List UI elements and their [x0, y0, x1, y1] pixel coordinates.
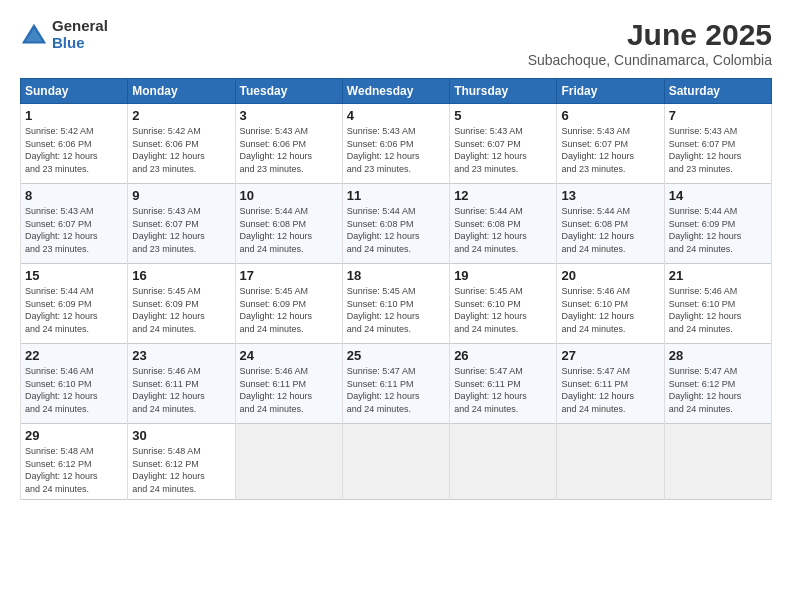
day-info: Sunrise: 5:45 AM Sunset: 6:09 PM Dayligh… [132, 285, 230, 335]
day-info: Sunrise: 5:46 AM Sunset: 6:10 PM Dayligh… [561, 285, 659, 335]
calendar-cell: 20Sunrise: 5:46 AM Sunset: 6:10 PM Dayli… [557, 264, 664, 344]
calendar-cell: 12Sunrise: 5:44 AM Sunset: 6:08 PM Dayli… [450, 184, 557, 264]
day-number: 4 [347, 108, 445, 123]
calendar-cell: 13Sunrise: 5:44 AM Sunset: 6:08 PM Dayli… [557, 184, 664, 264]
calendar-week-2: 8Sunrise: 5:43 AM Sunset: 6:07 PM Daylig… [21, 184, 772, 264]
calendar-title: June 2025 [528, 18, 772, 52]
calendar-cell: 6Sunrise: 5:43 AM Sunset: 6:07 PM Daylig… [557, 104, 664, 184]
day-number: 26 [454, 348, 552, 363]
day-info: Sunrise: 5:48 AM Sunset: 6:12 PM Dayligh… [25, 445, 123, 495]
day-info: Sunrise: 5:48 AM Sunset: 6:12 PM Dayligh… [132, 445, 230, 495]
day-info: Sunrise: 5:47 AM Sunset: 6:11 PM Dayligh… [454, 365, 552, 415]
day-number: 9 [132, 188, 230, 203]
calendar-subtitle: Subachoque, Cundinamarca, Colombia [528, 52, 772, 68]
day-info: Sunrise: 5:43 AM Sunset: 6:07 PM Dayligh… [561, 125, 659, 175]
day-info: Sunrise: 5:46 AM Sunset: 6:10 PM Dayligh… [25, 365, 123, 415]
day-number: 5 [454, 108, 552, 123]
calendar-cell: 15Sunrise: 5:44 AM Sunset: 6:09 PM Dayli… [21, 264, 128, 344]
calendar-cell: 25Sunrise: 5:47 AM Sunset: 6:11 PM Dayli… [342, 344, 449, 424]
day-number: 3 [240, 108, 338, 123]
calendar-header: Sunday Monday Tuesday Wednesday Thursday… [21, 79, 772, 104]
calendar-cell: 27Sunrise: 5:47 AM Sunset: 6:11 PM Dayli… [557, 344, 664, 424]
calendar-cell [235, 424, 342, 500]
calendar-cell: 26Sunrise: 5:47 AM Sunset: 6:11 PM Dayli… [450, 344, 557, 424]
calendar-week-4: 22Sunrise: 5:46 AM Sunset: 6:10 PM Dayli… [21, 344, 772, 424]
day-number: 23 [132, 348, 230, 363]
day-info: Sunrise: 5:47 AM Sunset: 6:11 PM Dayligh… [347, 365, 445, 415]
calendar-cell: 28Sunrise: 5:47 AM Sunset: 6:12 PM Dayli… [664, 344, 771, 424]
header-row: Sunday Monday Tuesday Wednesday Thursday… [21, 79, 772, 104]
header-sunday: Sunday [21, 79, 128, 104]
day-info: Sunrise: 5:43 AM Sunset: 6:07 PM Dayligh… [25, 205, 123, 255]
header: General Blue June 2025 Subachoque, Cundi… [20, 18, 772, 68]
title-block: June 2025 Subachoque, Cundinamarca, Colo… [528, 18, 772, 68]
day-number: 29 [25, 428, 123, 443]
day-info: Sunrise: 5:44 AM Sunset: 6:08 PM Dayligh… [240, 205, 338, 255]
day-info: Sunrise: 5:45 AM Sunset: 6:09 PM Dayligh… [240, 285, 338, 335]
day-number: 21 [669, 268, 767, 283]
day-number: 7 [669, 108, 767, 123]
header-thursday: Thursday [450, 79, 557, 104]
calendar-cell [557, 424, 664, 500]
day-info: Sunrise: 5:46 AM Sunset: 6:11 PM Dayligh… [132, 365, 230, 415]
calendar-cell: 17Sunrise: 5:45 AM Sunset: 6:09 PM Dayli… [235, 264, 342, 344]
day-info: Sunrise: 5:45 AM Sunset: 6:10 PM Dayligh… [454, 285, 552, 335]
header-tuesday: Tuesday [235, 79, 342, 104]
calendar-cell: 22Sunrise: 5:46 AM Sunset: 6:10 PM Dayli… [21, 344, 128, 424]
day-info: Sunrise: 5:44 AM Sunset: 6:09 PM Dayligh… [25, 285, 123, 335]
calendar-week-5: 29Sunrise: 5:48 AM Sunset: 6:12 PM Dayli… [21, 424, 772, 500]
day-info: Sunrise: 5:47 AM Sunset: 6:11 PM Dayligh… [561, 365, 659, 415]
calendar-cell: 5Sunrise: 5:43 AM Sunset: 6:07 PM Daylig… [450, 104, 557, 184]
header-monday: Monday [128, 79, 235, 104]
day-number: 15 [25, 268, 123, 283]
day-number: 18 [347, 268, 445, 283]
day-number: 19 [454, 268, 552, 283]
calendar-cell: 14Sunrise: 5:44 AM Sunset: 6:09 PM Dayli… [664, 184, 771, 264]
day-number: 27 [561, 348, 659, 363]
day-info: Sunrise: 5:47 AM Sunset: 6:12 PM Dayligh… [669, 365, 767, 415]
day-number: 2 [132, 108, 230, 123]
day-number: 16 [132, 268, 230, 283]
day-info: Sunrise: 5:46 AM Sunset: 6:11 PM Dayligh… [240, 365, 338, 415]
logo-text: General Blue [52, 18, 108, 51]
page: General Blue June 2025 Subachoque, Cundi… [0, 0, 792, 612]
logo-blue-text: Blue [52, 35, 108, 52]
calendar-cell: 11Sunrise: 5:44 AM Sunset: 6:08 PM Dayli… [342, 184, 449, 264]
day-number: 22 [25, 348, 123, 363]
day-number: 10 [240, 188, 338, 203]
day-info: Sunrise: 5:43 AM Sunset: 6:07 PM Dayligh… [454, 125, 552, 175]
day-number: 6 [561, 108, 659, 123]
day-info: Sunrise: 5:44 AM Sunset: 6:08 PM Dayligh… [347, 205, 445, 255]
calendar-cell: 10Sunrise: 5:44 AM Sunset: 6:08 PM Dayli… [235, 184, 342, 264]
day-number: 8 [25, 188, 123, 203]
header-saturday: Saturday [664, 79, 771, 104]
calendar-cell: 19Sunrise: 5:45 AM Sunset: 6:10 PM Dayli… [450, 264, 557, 344]
calendar-cell: 4Sunrise: 5:43 AM Sunset: 6:06 PM Daylig… [342, 104, 449, 184]
day-number: 20 [561, 268, 659, 283]
logo-general-text: General [52, 18, 108, 35]
logo: General Blue [20, 18, 108, 51]
day-number: 1 [25, 108, 123, 123]
day-info: Sunrise: 5:46 AM Sunset: 6:10 PM Dayligh… [669, 285, 767, 335]
day-number: 17 [240, 268, 338, 283]
calendar-cell: 21Sunrise: 5:46 AM Sunset: 6:10 PM Dayli… [664, 264, 771, 344]
calendar-cell: 2Sunrise: 5:42 AM Sunset: 6:06 PM Daylig… [128, 104, 235, 184]
day-number: 30 [132, 428, 230, 443]
day-number: 13 [561, 188, 659, 203]
day-info: Sunrise: 5:43 AM Sunset: 6:07 PM Dayligh… [132, 205, 230, 255]
day-number: 11 [347, 188, 445, 203]
calendar-cell: 24Sunrise: 5:46 AM Sunset: 6:11 PM Dayli… [235, 344, 342, 424]
day-info: Sunrise: 5:43 AM Sunset: 6:06 PM Dayligh… [240, 125, 338, 175]
day-info: Sunrise: 5:43 AM Sunset: 6:06 PM Dayligh… [347, 125, 445, 175]
calendar-cell: 8Sunrise: 5:43 AM Sunset: 6:07 PM Daylig… [21, 184, 128, 264]
calendar-cell: 7Sunrise: 5:43 AM Sunset: 6:07 PM Daylig… [664, 104, 771, 184]
calendar-body: 1Sunrise: 5:42 AM Sunset: 6:06 PM Daylig… [21, 104, 772, 500]
day-info: Sunrise: 5:44 AM Sunset: 6:08 PM Dayligh… [454, 205, 552, 255]
calendar-cell [342, 424, 449, 500]
day-info: Sunrise: 5:44 AM Sunset: 6:09 PM Dayligh… [669, 205, 767, 255]
day-info: Sunrise: 5:42 AM Sunset: 6:06 PM Dayligh… [25, 125, 123, 175]
header-wednesday: Wednesday [342, 79, 449, 104]
calendar-cell: 9Sunrise: 5:43 AM Sunset: 6:07 PM Daylig… [128, 184, 235, 264]
day-number: 24 [240, 348, 338, 363]
day-info: Sunrise: 5:45 AM Sunset: 6:10 PM Dayligh… [347, 285, 445, 335]
